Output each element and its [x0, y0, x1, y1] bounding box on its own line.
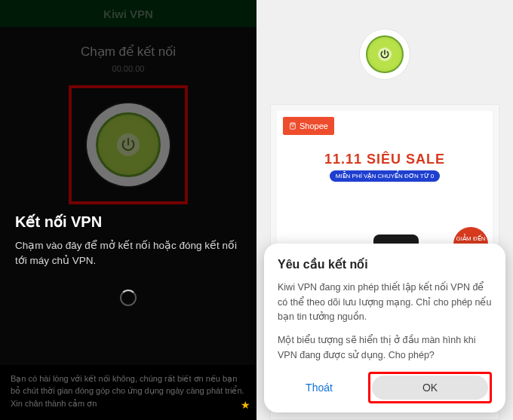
kiwi-icon [366, 35, 404, 73]
info-block: Kết nối VPN Chạm vào đây để mở kết nối h… [0, 213, 256, 269]
dim-overlay [0, 0, 256, 420]
dialog-body-1: Kiwi VPN đang xin phép thiết lập kết nối… [278, 281, 492, 324]
dialog-actions: Thoát OK [278, 372, 492, 403]
ad-brand-badge: Shopee [283, 117, 334, 135]
feedback-footer: Bạn có hài lòng với kết nối không, chúng… [0, 365, 256, 421]
info-title: Kết nối VPN [15, 213, 241, 231]
loading-spinner-icon [120, 290, 137, 306]
dialog-body-2: Một biểu tượng sẽ hiển thị ở đầu màn hìn… [278, 333, 492, 363]
power-icon [120, 136, 137, 153]
ok-button[interactable]: OK [372, 376, 488, 400]
right-screenshot: Shopee 11.11 SIÊU SALE MIỄN PHÍ VẬN CHUY… [256, 0, 513, 420]
sale-banner: 11.11 SIÊU SALE MIỄN PHÍ VẬN CHUYỂN ĐƠN … [292, 144, 478, 189]
ok-button-highlight: OK [368, 372, 492, 403]
power-icon [379, 49, 390, 60]
shopping-bag-icon [289, 122, 296, 130]
connect-button-small[interactable] [359, 29, 410, 80]
dialog-title: Yêu cầu kết nối [278, 257, 492, 271]
cancel-button[interactable]: Thoát [278, 372, 361, 403]
info-description: Chạm vào đây để mở kết nối hoặc đóng kết… [15, 238, 241, 269]
star-icon[interactable]: ★ [241, 399, 250, 411]
sale-text: 11.11 SIÊU SALE [324, 152, 445, 167]
ad-brand-label: Shopee [300, 121, 328, 130]
free-ship-pill: MIỄN PHÍ VẬN CHUYỂN ĐƠN TỪ 0 [330, 170, 441, 182]
left-screenshot: Kiwi VPN Chạm để kết nối 00.00.00 Kết nố… [0, 0, 256, 420]
permission-dialog: Yêu cầu kết nối Kiwi VPN đang xin phép t… [264, 244, 505, 412]
